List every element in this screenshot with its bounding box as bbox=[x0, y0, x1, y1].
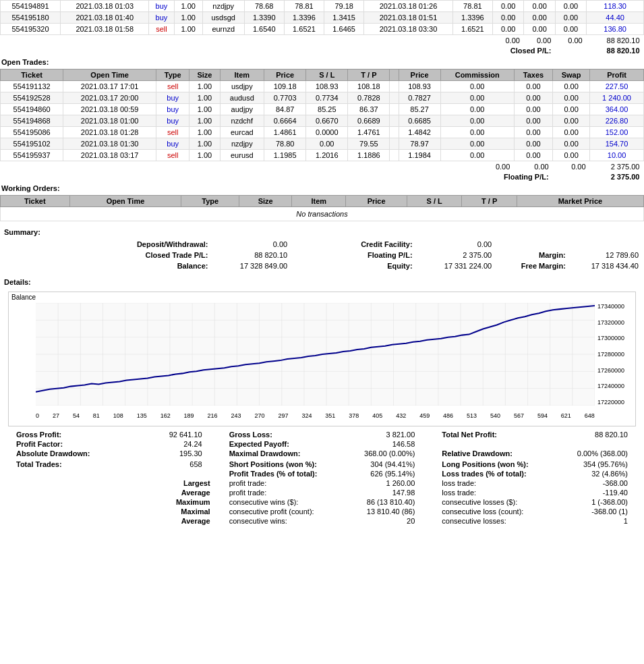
x-label: 27 bbox=[53, 412, 59, 419]
taxes: 0.00 bbox=[514, 127, 552, 138]
x-label: 459 bbox=[419, 412, 430, 419]
type: buy bbox=[156, 92, 189, 104]
swap: 0.00 bbox=[555, 24, 586, 35]
taxes: 0.00 bbox=[524, 1, 555, 12]
open-time: 2021.03.18 01:28 bbox=[63, 127, 156, 138]
y-label: 17220000 bbox=[597, 399, 624, 406]
x-label: 432 bbox=[396, 412, 406, 419]
open-time: 2021.03.18 01:00 bbox=[63, 115, 156, 127]
table-row: 554195102 2021.03.18 01:30 buy 1.00 nzdj… bbox=[1, 138, 644, 150]
summary-row-1: Deposit/Withdrawal: 0.00 Credit Facility… bbox=[3, 239, 641, 250]
swap: 0.00 bbox=[553, 150, 590, 161]
size: 1.00 bbox=[174, 12, 202, 24]
close-price: 78.81 bbox=[452, 1, 492, 12]
closed-pl-label: Closed Trade P/L: bbox=[146, 251, 208, 259]
x-label: 351 bbox=[325, 412, 335, 419]
gross-loss-value: 3 821.00 bbox=[386, 431, 415, 439]
col-empty bbox=[390, 70, 399, 81]
taxes: 0.00 bbox=[524, 12, 555, 24]
ticket: 554194891 bbox=[1, 1, 61, 12]
maximal-drawdown-value: 368.00 (0.00%) bbox=[364, 449, 415, 458]
ticket: 554192528 bbox=[1, 92, 63, 104]
empty bbox=[390, 104, 399, 115]
swap: 0.00 bbox=[553, 81, 590, 92]
balance-chart: Balance 17340000 17320000 17300000 17280… bbox=[8, 292, 636, 426]
type: sell bbox=[156, 150, 189, 161]
avg-consec-losses-label: consecutive losses: bbox=[442, 517, 506, 525]
avg-consec-wins-label: consecutive wins: bbox=[229, 517, 287, 525]
col-tp: T / P bbox=[348, 70, 390, 81]
size: 1.00 bbox=[174, 1, 202, 12]
expected-payoff-stat: Expected Payoff: 146.58 bbox=[216, 440, 429, 448]
x-label: 189 bbox=[184, 412, 194, 419]
y-label: 17300000 bbox=[597, 335, 624, 341]
tp: 1.3415 bbox=[324, 12, 364, 24]
table-row: 554195086 2021.03.18 01:28 sell 1.00 eur… bbox=[1, 127, 644, 138]
commission: 0.00 bbox=[440, 92, 514, 104]
ticket: 554194860 bbox=[1, 104, 63, 115]
maximal-consec-loss-label: consecutive loss (count): bbox=[442, 507, 523, 516]
price: 109.18 bbox=[264, 81, 306, 92]
x-label: 513 bbox=[467, 412, 477, 419]
profit: 364.00 bbox=[590, 104, 644, 115]
sl: 1.3396 bbox=[284, 12, 324, 24]
relative-drawdown-stat: Relative Drawdown: 0.00% (368.00) bbox=[428, 449, 641, 458]
avg-profit-value: 147.98 bbox=[392, 489, 415, 497]
x-label: 621 bbox=[561, 412, 571, 419]
stats-row-10: Average consecutive wins: 20 consecutive… bbox=[3, 517, 641, 525]
avg-profit-label: profit trade: bbox=[229, 489, 267, 497]
price: 0.7703 bbox=[264, 92, 306, 104]
x-label: 567 bbox=[514, 412, 524, 419]
open-totals-row: 0.00 0.00 0.00 2 375.00 bbox=[1, 161, 644, 173]
deposit-label: Deposit/Withdrawal: bbox=[137, 240, 208, 248]
abs-drawdown-value: 195.30 bbox=[179, 449, 202, 458]
cur-price: 1.4842 bbox=[399, 127, 440, 138]
credit-label: Credit Facility: bbox=[361, 240, 412, 248]
item: eurcad bbox=[220, 127, 264, 138]
price: 1.6540 bbox=[244, 24, 284, 35]
stats-row-3: Absolute Drawdown: 195.30 Maximal Drawdo… bbox=[3, 449, 641, 458]
commission: 0.00 bbox=[492, 24, 523, 35]
avg-loss-stat: loss trade: -119.40 bbox=[428, 489, 641, 497]
largest-loss-stat: loss trade: -368.00 bbox=[428, 479, 641, 487]
stats-row-8: Maximum consecutive wins ($): 86 (13 810… bbox=[3, 498, 641, 506]
x-label: 81 bbox=[93, 412, 100, 419]
x-label: 486 bbox=[443, 412, 453, 419]
open-time: 2021.03.17 20:00 bbox=[63, 92, 156, 104]
profit-factor-stat: Profit Factor: 24.24 bbox=[3, 440, 216, 448]
col-size: Size bbox=[189, 70, 220, 81]
close-time: 2021.03.18 01:51 bbox=[364, 12, 452, 24]
total-taxes: 0.00 bbox=[514, 161, 552, 173]
total-commission: 0.00 bbox=[440, 161, 514, 173]
largest-profit-value: 1 260.00 bbox=[386, 479, 415, 487]
expected-payoff-label: Expected Payoff: bbox=[229, 440, 289, 448]
col-open-time: Open Time bbox=[63, 70, 156, 81]
item: nzdjpy bbox=[220, 138, 264, 150]
x-label: 54 bbox=[73, 412, 80, 419]
cur-price: 85.27 bbox=[399, 104, 440, 115]
col-sl: S / L bbox=[306, 70, 348, 81]
relative-drawdown-value: 0.00% (368.00) bbox=[577, 449, 628, 458]
tp: 86.37 bbox=[348, 104, 390, 115]
swap: 0.00 bbox=[553, 115, 590, 127]
gross-profit-value: 92 641.10 bbox=[169, 431, 202, 439]
long-pos-stat: Long Positions (won %): 354 (95.76%) bbox=[428, 460, 641, 468]
item: audusd bbox=[220, 92, 264, 104]
table-row: 554191132 2021.03.17 17:01 sell 1.00 usd… bbox=[1, 81, 644, 92]
empty bbox=[390, 81, 399, 92]
tp: 79.18 bbox=[324, 1, 364, 12]
working-orders-header: Ticket Open Time Type Size Item Price S … bbox=[1, 196, 644, 207]
total-net-profit-label: Total Net Profit: bbox=[442, 431, 497, 439]
x-label: 0 bbox=[36, 412, 39, 419]
maximal-drawdown-label: Maximal Drawdown: bbox=[229, 449, 301, 458]
open-time: 2021.03.18 00:59 bbox=[63, 104, 156, 115]
type: buy bbox=[156, 138, 189, 150]
taxes: 0.00 bbox=[514, 138, 552, 150]
loss-trades-value: 32 (4.86%) bbox=[591, 470, 628, 478]
maximal-drawdown-stat: Maximal Drawdown: 368.00 (0.00%) bbox=[216, 449, 429, 458]
stats-row-4: Total Trades: 658 Short Positions (won %… bbox=[3, 460, 641, 468]
type: buy bbox=[149, 1, 174, 12]
tp: 79.55 bbox=[348, 138, 390, 150]
short-pos-label: Short Positions (won %): bbox=[229, 460, 317, 468]
price: 1.1985 bbox=[264, 150, 306, 161]
